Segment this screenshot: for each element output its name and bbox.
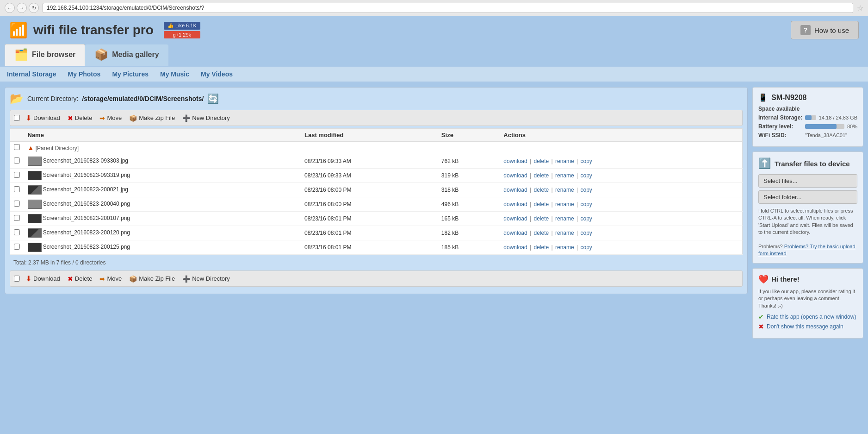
copy-link[interactable]: copy	[580, 201, 592, 208]
select-all-checkbox-top[interactable]	[14, 115, 20, 121]
sidebar-item-internal-storage[interactable]: Internal Storage	[7, 70, 56, 78]
rename-link[interactable]: rename	[555, 230, 574, 236]
file-name-6: Screenshot_20160823-200125.png	[43, 244, 130, 250]
zip-icon-top: 📦	[129, 114, 137, 122]
delete-link[interactable]: delete	[533, 244, 549, 251]
delete-link[interactable]: delete	[533, 230, 549, 236]
sidebar-item-my-videos[interactable]: My Videos	[201, 70, 233, 78]
delete-button-top[interactable]: ✖ Delete	[66, 113, 94, 123]
rename-link[interactable]: rename	[555, 187, 574, 193]
copy-link[interactable]: copy	[580, 187, 592, 193]
new-dir-label-top: New Directory	[192, 114, 230, 121]
tab-media-gallery[interactable]: 📦 Media gallery	[85, 44, 168, 66]
file-checkbox-5[interactable]	[14, 229, 20, 235]
delete-link[interactable]: delete	[533, 187, 549, 193]
reload-button[interactable]: ↻	[29, 3, 39, 13]
zip-button-top[interactable]: 📦 Make Zip File	[127, 113, 177, 123]
copy-link[interactable]: copy	[580, 215, 592, 222]
google-plus-button[interactable]: g+1 29k	[164, 31, 200, 38]
select-all-checkbox-bottom[interactable]	[14, 276, 20, 282]
file-modified-6: 08/23/16 08:01 PM	[301, 240, 438, 255]
delete-link[interactable]: delete	[533, 158, 549, 164]
separator: |	[550, 230, 554, 236]
sidebar-item-my-music[interactable]: My Music	[160, 70, 189, 78]
copy-link[interactable]: copy	[580, 230, 592, 236]
refresh-icon[interactable]: 🔄	[207, 93, 219, 104]
delete-link[interactable]: delete	[533, 215, 549, 222]
transfer-hint-text: Hold CTRL to select multiple files or pr…	[758, 208, 853, 235]
download-link[interactable]: download	[503, 230, 527, 236]
download-link[interactable]: download	[503, 201, 527, 208]
parent-checkbox[interactable]	[14, 144, 20, 150]
tab-file-browser[interactable]: 🗂️ File browser	[5, 44, 85, 66]
forward-button[interactable]: →	[17, 3, 27, 13]
question-icon: ?	[800, 25, 811, 35]
new-dir-icon-bottom: ➕	[182, 275, 190, 283]
media-gallery-tab-icon: 📦	[94, 48, 108, 61]
copy-link[interactable]: copy	[580, 158, 592, 164]
move-label-bottom: Move	[107, 275, 122, 282]
sidebar-item-my-photos[interactable]: My Photos	[68, 70, 101, 78]
transfer-title-label: Transfer files to device	[775, 160, 850, 168]
rate-app-action[interactable]: ✔ Rate this app (opens a new window)	[758, 313, 857, 321]
rename-link[interactable]: rename	[555, 244, 574, 251]
delete-button-bottom[interactable]: ✖ Delete	[66, 274, 94, 283]
download-link[interactable]: download	[503, 215, 527, 222]
how-to-button[interactable]: ? How to use	[791, 21, 859, 39]
dont-show-action[interactable]: ✖ Don't show this message again	[758, 323, 857, 330]
problems-text: Problems?	[758, 244, 784, 249]
back-button[interactable]: ←	[5, 3, 15, 13]
download-link[interactable]: download	[503, 172, 527, 179]
file-modified-2: 08/23/16 08:00 PM	[301, 183, 438, 197]
parent-directory-row[interactable]: ▲ [Parent Directory]	[10, 142, 743, 154]
file-checkbox-3[interactable]	[14, 201, 20, 207]
url-bar[interactable]	[43, 3, 853, 13]
up-arrow-icon: ▲	[28, 144, 34, 151]
copy-link[interactable]: copy	[580, 172, 592, 179]
file-checkbox-1[interactable]	[14, 172, 20, 178]
rename-link[interactable]: rename	[555, 201, 574, 208]
col-actions: Actions	[500, 129, 742, 142]
bookmark-icon[interactable]: ☆	[857, 4, 863, 13]
battery-label: Battery level:	[758, 123, 802, 130]
download-button-top[interactable]: ⬇ Download	[24, 113, 62, 123]
rename-link[interactable]: rename	[555, 158, 574, 164]
file-checkbox-0[interactable]	[14, 157, 20, 164]
file-checkbox-6[interactable]	[14, 244, 20, 250]
file-thumbnail-4	[28, 214, 42, 223]
rename-link[interactable]: rename	[555, 215, 574, 222]
delete-link[interactable]: delete	[533, 201, 549, 208]
table-row: Screenshot_20160823-200040.png 08/23/16 …	[10, 197, 743, 212]
file-checkbox-2[interactable]	[14, 186, 20, 192]
download-link[interactable]: download	[503, 187, 527, 193]
move-button-top[interactable]: ➡ Move	[98, 113, 124, 123]
separator: |	[550, 187, 554, 193]
delete-link[interactable]: delete	[533, 172, 549, 179]
file-size-2: 318 kB	[438, 183, 500, 197]
zip-label-top: Make Zip File	[139, 114, 175, 121]
facebook-like-button[interactable]: 👍 Like 6.1K	[164, 22, 200, 30]
transfer-card: ⬆️ Transfer files to device Select files…	[752, 151, 863, 264]
zip-button-bottom[interactable]: 📦 Make Zip File	[127, 274, 177, 283]
move-button-bottom[interactable]: ➡ Move	[98, 274, 124, 283]
wifi-ssid-label: WiFi SSID:	[758, 132, 802, 138]
new-dir-button-bottom[interactable]: ➕ New Directory	[180, 274, 232, 283]
download-link[interactable]: download	[503, 244, 527, 251]
move-icon-bottom: ➡	[99, 275, 105, 283]
file-browser-tab-icon: 🗂️	[14, 48, 28, 61]
new-dir-button-top[interactable]: ➕ New Directory	[180, 113, 232, 123]
sidebar-item-my-pictures[interactable]: My Pictures	[112, 70, 149, 78]
internal-storage-fill	[805, 115, 811, 120]
copy-link[interactable]: copy	[580, 244, 592, 251]
file-checkbox-4[interactable]	[14, 215, 20, 221]
download-button-bottom[interactable]: ⬇ Download	[24, 273, 62, 284]
delete-icon-top: ✖	[68, 114, 73, 122]
rename-link[interactable]: rename	[555, 172, 574, 179]
table-row: Screenshot_20160823-200107.png 08/23/16 …	[10, 212, 743, 226]
select-folder-button[interactable]: Select folder...	[758, 190, 857, 204]
new-dir-icon-top: ➕	[182, 114, 190, 122]
separator: |	[528, 158, 533, 164]
select-files-button[interactable]: Select files...	[758, 174, 857, 188]
download-link[interactable]: download	[503, 158, 527, 164]
folder-icon: 📂	[10, 92, 24, 105]
